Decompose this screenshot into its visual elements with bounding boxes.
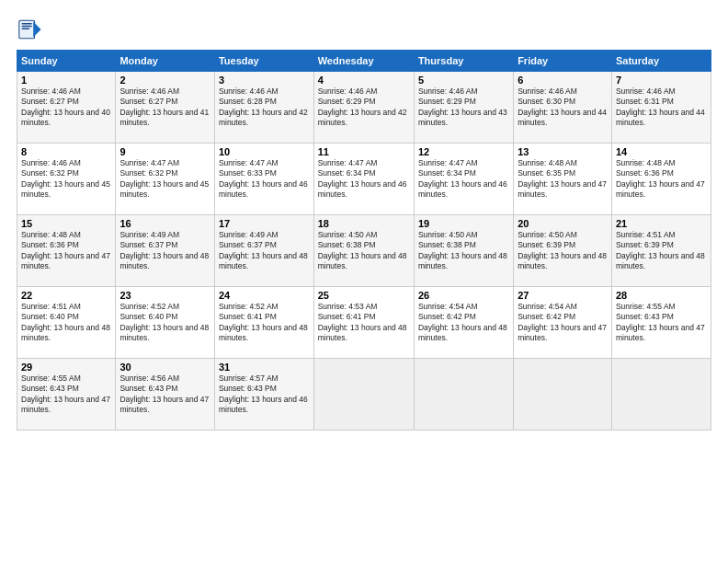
- day-number: 7: [616, 75, 707, 86]
- calendar-cell: 17Sunrise: 4:49 AMSunset: 6:37 PMDayligh…: [214, 215, 313, 287]
- column-header-saturday: Saturday: [611, 51, 711, 72]
- calendar-cell: 18Sunrise: 4:50 AMSunset: 6:38 PMDayligh…: [313, 215, 414, 287]
- day-number: 12: [418, 146, 509, 157]
- calendar-cell: 3Sunrise: 4:46 AMSunset: 6:28 PMDaylight…: [214, 72, 313, 144]
- calendar-cell: 24Sunrise: 4:52 AMSunset: 6:41 PMDayligh…: [214, 287, 313, 359]
- day-info: Sunrise: 4:46 AMSunset: 6:28 PMDaylight:…: [219, 86, 310, 129]
- day-info: Sunrise: 4:50 AMSunset: 6:38 PMDaylight:…: [418, 230, 509, 272]
- day-number: 25: [318, 290, 410, 301]
- day-number: 11: [318, 146, 410, 157]
- day-info: Sunrise: 4:47 AMSunset: 6:34 PMDaylight:…: [418, 158, 509, 201]
- day-number: 23: [119, 290, 210, 301]
- day-info: Sunrise: 4:50 AMSunset: 6:39 PMDaylight:…: [518, 230, 608, 272]
- calendar-cell: 1Sunrise: 4:46 AMSunset: 6:27 PMDaylight…: [17, 72, 116, 144]
- day-number: 21: [616, 218, 707, 229]
- day-number: 27: [518, 290, 608, 301]
- day-info: Sunrise: 4:46 AMSunset: 6:29 PMDaylight:…: [418, 86, 509, 129]
- day-info: Sunrise: 4:47 AMSunset: 6:34 PMDaylight:…: [318, 158, 410, 201]
- day-info: Sunrise: 4:51 AMSunset: 6:39 PMDaylight:…: [616, 230, 707, 272]
- calendar-week-row: 29Sunrise: 4:55 AMSunset: 6:43 PMDayligh…: [17, 359, 711, 431]
- column-header-sunday: Sunday: [17, 51, 116, 72]
- day-number: 22: [21, 290, 111, 301]
- day-number: 14: [616, 146, 707, 157]
- logo-icon: [17, 17, 42, 42]
- calendar-cell: 16Sunrise: 4:49 AMSunset: 6:37 PMDayligh…: [116, 215, 215, 287]
- day-number: 10: [219, 146, 310, 157]
- calendar-cell: [611, 359, 711, 431]
- day-info: Sunrise: 4:55 AMSunset: 6:43 PMDaylight:…: [21, 373, 111, 416]
- column-header-monday: Monday: [116, 51, 215, 72]
- day-number: 4: [318, 75, 410, 86]
- day-number: 8: [21, 146, 111, 157]
- day-number: 3: [219, 75, 310, 86]
- day-number: 31: [219, 362, 310, 373]
- calendar-table: SundayMondayTuesdayWednesdayThursdayFrid…: [17, 50, 711, 431]
- calendar-cell: 29Sunrise: 4:55 AMSunset: 6:43 PMDayligh…: [17, 359, 116, 431]
- calendar-week-row: 15Sunrise: 4:48 AMSunset: 6:36 PMDayligh…: [17, 215, 711, 287]
- calendar-cell: 8Sunrise: 4:46 AMSunset: 6:32 PMDaylight…: [17, 144, 116, 215]
- day-info: Sunrise: 4:46 AMSunset: 6:30 PMDaylight:…: [518, 86, 608, 129]
- calendar-cell: 22Sunrise: 4:51 AMSunset: 6:40 PMDayligh…: [17, 287, 116, 359]
- logo: [17, 17, 46, 42]
- day-number: 20: [518, 218, 608, 229]
- svg-rect-3: [22, 29, 29, 29]
- day-info: Sunrise: 4:46 AMSunset: 6:32 PMDaylight:…: [21, 158, 111, 201]
- day-info: Sunrise: 4:48 AMSunset: 6:36 PMDaylight:…: [21, 230, 111, 272]
- day-info: Sunrise: 4:54 AMSunset: 6:42 PMDaylight:…: [518, 302, 608, 344]
- day-number: 18: [318, 218, 410, 229]
- calendar-cell: 11Sunrise: 4:47 AMSunset: 6:34 PMDayligh…: [313, 144, 414, 215]
- day-info: Sunrise: 4:52 AMSunset: 6:40 PMDaylight:…: [119, 302, 210, 344]
- column-header-friday: Friday: [514, 51, 612, 72]
- calendar-week-row: 22Sunrise: 4:51 AMSunset: 6:40 PMDayligh…: [17, 287, 711, 359]
- day-info: Sunrise: 4:53 AMSunset: 6:41 PMDaylight:…: [318, 302, 410, 344]
- calendar-cell: 12Sunrise: 4:47 AMSunset: 6:34 PMDayligh…: [414, 144, 513, 215]
- calendar-cell: 2Sunrise: 4:46 AMSunset: 6:27 PMDaylight…: [116, 72, 215, 144]
- day-info: Sunrise: 4:49 AMSunset: 6:37 PMDaylight:…: [119, 230, 210, 272]
- day-number: 28: [616, 290, 707, 301]
- day-info: Sunrise: 4:50 AMSunset: 6:38 PMDaylight:…: [318, 230, 410, 272]
- calendar-cell: [414, 359, 513, 431]
- calendar-cell: 14Sunrise: 4:48 AMSunset: 6:36 PMDayligh…: [611, 144, 711, 215]
- day-info: Sunrise: 4:48 AMSunset: 6:36 PMDaylight:…: [616, 158, 707, 201]
- calendar-header-row: SundayMondayTuesdayWednesdayThursdayFrid…: [17, 51, 711, 72]
- calendar-week-row: 8Sunrise: 4:46 AMSunset: 6:32 PMDaylight…: [17, 144, 711, 215]
- calendar-cell: 23Sunrise: 4:52 AMSunset: 6:40 PMDayligh…: [116, 287, 215, 359]
- day-info: Sunrise: 4:47 AMSunset: 6:32 PMDaylight:…: [119, 158, 210, 201]
- header: [17, 17, 711, 42]
- calendar-cell: 19Sunrise: 4:50 AMSunset: 6:38 PMDayligh…: [414, 215, 513, 287]
- day-number: 5: [418, 75, 509, 86]
- day-info: Sunrise: 4:56 AMSunset: 6:43 PMDaylight:…: [119, 373, 210, 416]
- day-number: 24: [219, 290, 310, 301]
- day-number: 13: [518, 146, 608, 157]
- calendar-cell: 30Sunrise: 4:56 AMSunset: 6:43 PMDayligh…: [116, 359, 215, 431]
- column-header-tuesday: Tuesday: [214, 51, 313, 72]
- day-number: 1: [21, 75, 111, 86]
- svg-rect-1: [22, 23, 32, 24]
- calendar-cell: 4Sunrise: 4:46 AMSunset: 6:29 PMDaylight…: [313, 72, 414, 144]
- calendar-cell: 6Sunrise: 4:46 AMSunset: 6:30 PMDaylight…: [514, 72, 612, 144]
- day-number: 15: [21, 218, 111, 229]
- day-info: Sunrise: 4:46 AMSunset: 6:29 PMDaylight:…: [318, 86, 410, 129]
- day-info: Sunrise: 4:51 AMSunset: 6:40 PMDaylight:…: [21, 302, 111, 344]
- day-number: 30: [119, 362, 210, 373]
- calendar-cell: 26Sunrise: 4:54 AMSunset: 6:42 PMDayligh…: [414, 287, 513, 359]
- calendar-cell: [313, 359, 414, 431]
- calendar-cell: 10Sunrise: 4:47 AMSunset: 6:33 PMDayligh…: [214, 144, 313, 215]
- page: SundayMondayTuesdayWednesdayThursdayFrid…: [0, 0, 728, 563]
- day-info: Sunrise: 4:46 AMSunset: 6:27 PMDaylight:…: [21, 86, 111, 129]
- calendar-cell: 15Sunrise: 4:48 AMSunset: 6:36 PMDayligh…: [17, 215, 116, 287]
- calendar-week-row: 1Sunrise: 4:46 AMSunset: 6:27 PMDaylight…: [17, 72, 711, 144]
- calendar-cell: 31Sunrise: 4:57 AMSunset: 6:43 PMDayligh…: [214, 359, 313, 431]
- calendar-cell: 25Sunrise: 4:53 AMSunset: 6:41 PMDayligh…: [313, 287, 414, 359]
- day-info: Sunrise: 4:54 AMSunset: 6:42 PMDaylight:…: [418, 302, 509, 344]
- calendar-cell: 7Sunrise: 4:46 AMSunset: 6:31 PMDaylight…: [611, 72, 711, 144]
- day-info: Sunrise: 4:46 AMSunset: 6:27 PMDaylight:…: [119, 86, 210, 129]
- day-info: Sunrise: 4:57 AMSunset: 6:43 PMDaylight:…: [219, 373, 310, 416]
- calendar-cell: 27Sunrise: 4:54 AMSunset: 6:42 PMDayligh…: [514, 287, 612, 359]
- calendar-cell: 13Sunrise: 4:48 AMSunset: 6:35 PMDayligh…: [514, 144, 612, 215]
- day-info: Sunrise: 4:49 AMSunset: 6:37 PMDaylight:…: [219, 230, 310, 272]
- calendar-cell: [514, 359, 612, 431]
- day-number: 17: [219, 218, 310, 229]
- calendar-cell: 9Sunrise: 4:47 AMSunset: 6:32 PMDaylight…: [116, 144, 215, 215]
- day-info: Sunrise: 4:47 AMSunset: 6:33 PMDaylight:…: [219, 158, 310, 201]
